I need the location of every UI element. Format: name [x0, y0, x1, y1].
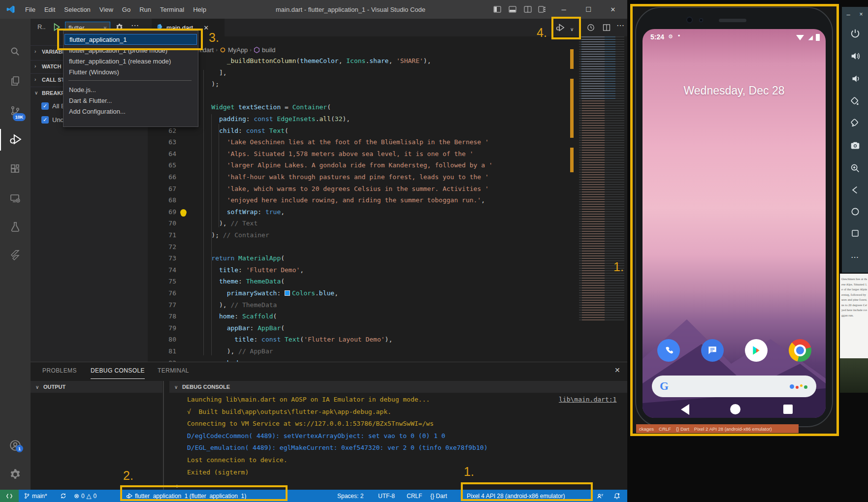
emu-more-icon[interactable]: ⋯ [842, 247, 868, 267]
code-line: ), // ThemeData [196, 301, 277, 309]
menu-view[interactable]: View [95, 0, 118, 19]
menu-file[interactable]: File [21, 0, 40, 19]
console-prompt[interactable]: > [176, 482, 180, 490]
breadcrumb-item[interactable]: build [254, 46, 275, 54]
start-debug-icon[interactable] [52, 23, 61, 33]
panel-close-icon[interactable]: ✕ [614, 366, 620, 374]
emu-overview-icon[interactable] [842, 223, 868, 243]
code-editor[interactable]: 56 _buildButtonColumn(themeColor, Icons.… [148, 55, 568, 362]
timeline-icon[interactable] [586, 23, 596, 32]
background-status-item: CRLF [659, 426, 671, 432]
dropdown-item[interactable]: Node.js... [64, 84, 197, 95]
emulator-minimize-button[interactable]: – [842, 9, 855, 20]
volume-up-icon[interactable] [842, 46, 868, 66]
window-close-button[interactable]: ✕ [602, 0, 624, 19]
phone-date-widget: Wednesday, Dec 28 [643, 84, 826, 97]
screenshot-camera-icon[interactable] [842, 136, 868, 156]
run-or-debug-icon[interactable] [555, 23, 565, 32]
panel-tab-problems[interactable]: PROBLEMS [42, 362, 77, 379]
sync-status[interactable] [60, 490, 66, 502]
dropdown-item[interactable]: Add Configuration... [64, 106, 197, 117]
toggle-panel-icon[interactable] [508, 4, 517, 14]
nav-back-button[interactable] [681, 404, 689, 415]
pixel4-phone-frame: 5:24 ⚙ • ◢ Wednesday, Dec 28 G [635, 7, 833, 427]
phone-notification-gear-icon: ⚙ [668, 33, 673, 40]
volume-down-icon[interactable] [842, 69, 868, 89]
zoom-icon[interactable] [842, 158, 868, 178]
menu-help[interactable]: Help [189, 0, 211, 19]
menu-go[interactable]: Go [118, 0, 135, 19]
feedback-icon[interactable] [597, 490, 604, 502]
indentation-status[interactable]: Spaces: 2 [337, 490, 363, 502]
dropdown-item[interactable]: Flutter (Windows) [64, 66, 197, 77]
tab-close-icon[interactable]: ✕ [203, 24, 209, 31]
more-actions-icon[interactable]: ⋯ [131, 21, 139, 30]
notifications-bell-icon[interactable] [613, 490, 620, 502]
flutter-icon[interactable] [0, 244, 31, 267]
language-status[interactable]: {} Dart [430, 490, 447, 502]
checkbox-checked-icon[interactable]: ✓ [41, 102, 49, 110]
device-status[interactable]: Pixel 4 API 28 (android-x86 emulator) [467, 490, 565, 502]
checkbox-checked-icon[interactable]: ✓ [41, 116, 49, 124]
debug-launch-status[interactable]: flutter_application_1 (flutter_applicati… [126, 490, 246, 502]
dropdown-item[interactable]: flutter_application_1 (release mode) [64, 56, 197, 66]
nav-recents-button[interactable] [783, 405, 793, 414]
problems-status[interactable]: ⊗0△0 [74, 490, 96, 502]
menu-selection[interactable]: Selection [60, 0, 95, 19]
split-layout-icon[interactable] [523, 4, 533, 14]
lightbulb-icon[interactable] [180, 209, 187, 216]
split-editor-icon[interactable] [602, 23, 611, 32]
account-icon[interactable] [0, 434, 31, 457]
window-minimize-button[interactable]: ─ [552, 0, 575, 19]
android-home-screen[interactable]: 5:24 ⚙ • ◢ Wednesday, Dec 28 G [643, 29, 826, 418]
console-source-link[interactable]: lib\main.dart:1 [559, 396, 616, 403]
window-maximize-button[interactable]: ☐ [577, 0, 600, 19]
background-text-line: ns to 20 degrees Cels [841, 303, 867, 308]
code-line: return MaterialApp( [196, 254, 285, 262]
settings-gear-icon[interactable] [0, 463, 31, 485]
assistant-icon[interactable] [790, 384, 807, 389]
debug-console-section-header[interactable]: ∨DEBUG CONSOLE [169, 381, 627, 393]
menu-terminal[interactable]: Terminal [156, 0, 189, 19]
power-icon[interactable] [842, 24, 868, 43]
dropdown-item[interactable]: flutter_application_1 (profile mode) [64, 45, 197, 56]
panel-tab-terminal[interactable]: TERMINAL [158, 362, 189, 379]
search-icon[interactable] [0, 40, 31, 63]
background-text-line: Oeschinen lies at the [841, 277, 867, 282]
emulator-close-button[interactable]: × [855, 9, 868, 20]
signal-icon: ◢ [808, 34, 813, 41]
emu-home-icon[interactable] [842, 202, 868, 221]
section-chevron-icon: › [34, 77, 39, 82]
breadcrumb-separator: › [216, 47, 218, 53]
remote-explorer-icon[interactable] [0, 187, 31, 210]
extensions-icon[interactable] [0, 157, 31, 180]
run-and-debug-icon[interactable] [0, 128, 31, 151]
google-search-bar[interactable]: G [652, 376, 816, 397]
rotate-left-icon[interactable] [842, 92, 868, 111]
remote-indicator[interactable] [0, 490, 19, 502]
customize-layout-icon[interactable] [537, 4, 547, 14]
explorer-icon[interactable] [0, 70, 31, 93]
dropdown-item-selected[interactable]: flutter_application_1 [64, 34, 197, 45]
eol-status[interactable]: CRLF [407, 490, 422, 502]
minimap[interactable] [579, 36, 624, 322]
encoding-status[interactable]: UTF-8 [378, 490, 395, 502]
branch-status[interactable]: main* [24, 490, 47, 502]
nav-home-button[interactable] [730, 404, 740, 414]
menu-edit[interactable]: Edit [40, 0, 60, 19]
toggle-sidebar-icon[interactable] [492, 4, 502, 14]
line-number: 81 [148, 347, 176, 355]
emu-back-icon[interactable] [842, 180, 868, 200]
panel-tab-debug-console[interactable]: DEBUG CONSOLE [91, 362, 145, 379]
testing-icon[interactable] [0, 216, 31, 238]
rotate-right-icon[interactable] [842, 113, 868, 133]
breadcrumb-item[interactable]: MyApp [220, 46, 248, 54]
panel-splitter[interactable] [163, 381, 164, 490]
console-line: Connecting to VM Service at ws://127.0.0… [187, 420, 434, 427]
menu-run[interactable]: Run [135, 0, 156, 19]
output-section-header[interactable]: ∨OUTPUT [31, 381, 162, 393]
run-dropdown-chevron-icon[interactable]: ∨ [570, 27, 574, 32]
dropdown-item[interactable]: Dart & Flutter... [64, 95, 197, 106]
annotation-label-1-emulator: 1. [613, 260, 624, 274]
editor-more-actions-icon[interactable]: ⋯ [616, 21, 624, 30]
